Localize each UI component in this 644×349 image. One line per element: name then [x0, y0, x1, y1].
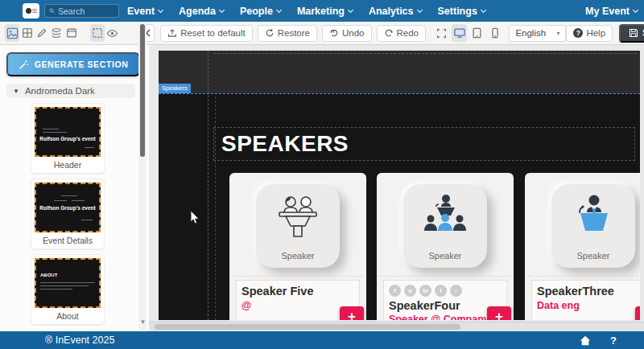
- speaker-role[interactable]: Data eng: [537, 300, 640, 311]
- browser-window-icon: [66, 27, 77, 39]
- card-divider: [233, 276, 363, 277]
- speaker-role[interactable]: Speaker @ Company: [389, 314, 502, 320]
- chevron-down-icon: [276, 6, 282, 12]
- menu-analytics[interactable]: Analytics: [369, 6, 422, 17]
- generate-section-button[interactable]: GENERATE SECTION: [6, 52, 140, 76]
- refresh-icon: [265, 28, 275, 38]
- twitter-icon[interactable]: t: [435, 285, 447, 297]
- top-navbar: Event Agenda People Marketing Analytics …: [0, 0, 644, 22]
- menu-settings[interactable]: Settings: [438, 6, 485, 17]
- avatar-label: Speaker: [256, 251, 340, 261]
- speaker-duo-lectern-illustration: [273, 195, 323, 238]
- chevron-down-icon: [158, 6, 163, 12]
- menu-people[interactable]: People: [240, 6, 281, 17]
- builder-toolbar: Reset to default Restore Undo Redo Engli…: [0, 22, 644, 45]
- section-dashed-border: [213, 53, 637, 54]
- layout-grid-button[interactable]: [19, 24, 34, 42]
- chevron-down-icon: [219, 6, 225, 12]
- template-thumbnail: Rolfson Group's event: [35, 183, 101, 232]
- speaker-card[interactable]: Speaker Speaker Five @ +: [229, 173, 366, 320]
- mobile-view-button[interactable]: [488, 24, 502, 42]
- sidebar-scrollbar-thumb[interactable]: [140, 24, 145, 157]
- section-tag[interactable]: Speakers: [159, 84, 191, 93]
- card-divider: [380, 276, 510, 277]
- add-speaker-button[interactable]: +: [635, 306, 640, 320]
- menu-agenda[interactable]: Agenda: [179, 6, 224, 17]
- theme-accordion-header[interactable]: ▼ Andromeda Dark: [6, 84, 135, 98]
- speaker-name[interactable]: SpeakerThree: [537, 285, 640, 298]
- speaker-name[interactable]: Speaker Five: [242, 285, 354, 298]
- reset-to-default-button[interactable]: Reset to default: [160, 25, 253, 42]
- footer-help-icon[interactable]: ?: [610, 335, 617, 347]
- search-input[interactable]: [58, 6, 114, 16]
- section-boundary-line: [159, 93, 640, 94]
- image-icon: [6, 27, 19, 39]
- select-section-mode-button[interactable]: [90, 24, 105, 42]
- layers-button[interactable]: [49, 24, 64, 42]
- reset-icon: [167, 28, 177, 38]
- template-card-event-details[interactable]: Rolfson Group's event Event Details: [31, 179, 105, 249]
- menu-marketing[interactable]: Marketing: [297, 6, 353, 17]
- global-search[interactable]: [44, 4, 119, 18]
- avatar-label: Speaker: [403, 251, 487, 261]
- tablet-view-button[interactable]: [470, 24, 485, 42]
- speaker-card[interactable]: Speaker f o in t ⌂ SpeakerFour Speaker @…: [377, 173, 514, 320]
- fullscreen-button[interactable]: [434, 24, 448, 42]
- speaker-avatar-tile[interactable]: Speaker: [551, 184, 635, 268]
- home-icon[interactable]: [580, 335, 591, 346]
- triangle-down-icon: ▼: [13, 88, 19, 95]
- site-preview[interactable]: Speakers SPEAKERS: [159, 51, 640, 320]
- speaker-avatar-tile[interactable]: Speaker: [256, 184, 340, 268]
- caret-down-icon: ▾: [556, 30, 559, 37]
- template-card-about[interactable]: ABOUT About: [31, 254, 105, 325]
- speaker-name[interactable]: SpeakerFour: [389, 299, 502, 312]
- chevron-down-icon: [481, 6, 486, 12]
- preview-visibility-button[interactable]: [105, 24, 119, 42]
- previous-section-block[interactable]: [159, 51, 640, 93]
- inevent-logo[interactable]: [23, 3, 39, 18]
- pencil-icon: [36, 27, 47, 39]
- redo-button[interactable]: Redo: [377, 25, 427, 42]
- desktop-view-button[interactable]: [452, 24, 466, 42]
- add-speaker-button[interactable]: +: [487, 306, 511, 320]
- chevron-down-icon: [416, 6, 422, 12]
- redo-icon: [384, 28, 394, 38]
- edit-style-button[interactable]: [35, 24, 49, 42]
- undo-button[interactable]: Undo: [322, 25, 372, 42]
- speakers-heading-block[interactable]: SPEAKERS: [213, 127, 635, 161]
- floppy-disk-icon: [629, 28, 638, 38]
- speaker-info-box[interactable]: SpeakerThree Data eng: [531, 280, 640, 320]
- sections-panel-button[interactable]: [5, 24, 19, 42]
- question-icon: ?: [573, 28, 583, 38]
- main-menu: Event Agenda People Marketing Analytics …: [127, 0, 485, 22]
- search-icon: [49, 6, 55, 15]
- save-button[interactable]: S: [619, 24, 644, 43]
- logo-icon: [26, 8, 31, 14]
- template-caption: Header: [35, 157, 101, 171]
- language-select[interactable]: English ▾: [509, 25, 566, 42]
- scrollbar-down-arrow-icon[interactable]: ▼: [139, 318, 147, 326]
- container-dashed-border: [208, 51, 208, 320]
- facebook-icon[interactable]: f: [389, 285, 401, 297]
- page-window-button[interactable]: [64, 24, 78, 42]
- speaker-avatar-tile[interactable]: Speaker: [403, 184, 487, 268]
- restore-button[interactable]: Restore: [258, 25, 317, 42]
- menu-event[interactable]: Event: [127, 6, 163, 17]
- chevron-down-icon: [348, 6, 353, 12]
- add-speaker-button[interactable]: +: [340, 306, 364, 320]
- dashed-selection-icon: [92, 27, 103, 39]
- tablet-icon: [472, 27, 482, 39]
- my-event-menu[interactable]: My Event: [585, 0, 638, 22]
- magic-wand-icon: [19, 60, 29, 70]
- instagram-icon[interactable]: o: [404, 285, 416, 297]
- help-button[interactable]: ? Help: [566, 25, 613, 42]
- mouse-cursor: [190, 210, 200, 225]
- speaker-role[interactable]: @: [242, 300, 354, 311]
- canvas-scrollbar-thumb[interactable]: [155, 324, 460, 330]
- avatar-label: Speaker: [551, 251, 635, 261]
- speaker-card[interactable]: Speaker SpeakerThree Data eng +: [525, 173, 640, 320]
- website-icon[interactable]: ⌂: [450, 285, 462, 297]
- template-card-header[interactable]: Rolfson Group's event Header: [31, 103, 105, 174]
- linkedin-icon[interactable]: in: [419, 285, 431, 297]
- speakers-heading: SPEAKERS: [214, 131, 349, 157]
